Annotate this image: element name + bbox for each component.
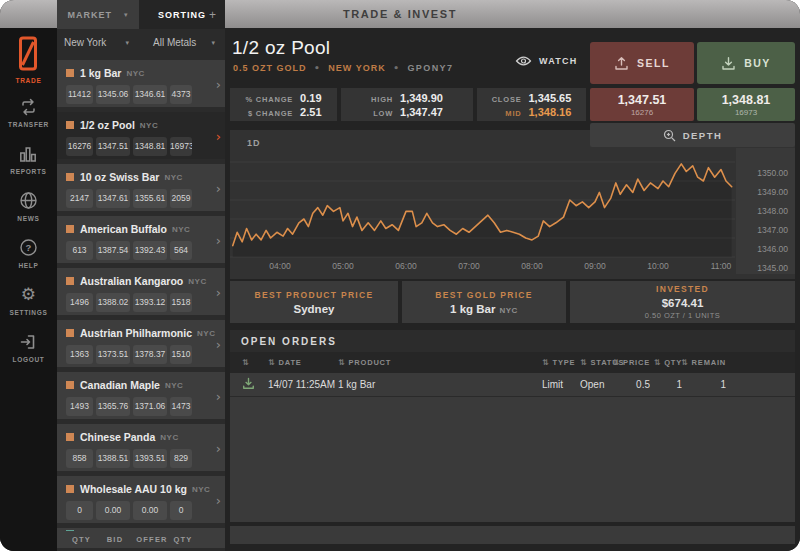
market-list-item[interactable]: Australian KangarooNYC14961388.021393.12… bbox=[57, 268, 225, 315]
market-list-item[interactable]: Wholesale AAU 10 kgNYC00.000.000› bbox=[57, 476, 225, 523]
svg-text:1349.00: 1349.00 bbox=[757, 187, 788, 197]
change-stat-box: % CHANGE 0.19 $ CHANGE 2.51 bbox=[230, 88, 337, 121]
orders-sort-date[interactable]: ⇅DATE bbox=[268, 358, 338, 367]
chart-canvas: 1350.001349.001348.001347.001346.001345.… bbox=[230, 130, 795, 279]
orders-sort-status[interactable]: ⇅STATUS bbox=[580, 358, 616, 367]
exchange-label: NYC bbox=[192, 485, 210, 494]
add-icon[interactable]: + bbox=[209, 8, 217, 22]
ask-quote-button[interactable]: 1,348.81 16973 bbox=[697, 88, 795, 121]
qty-bid-chip: 1496 bbox=[66, 293, 93, 312]
tab-market[interactable]: MARKET ▾ bbox=[57, 0, 139, 29]
market-list-item[interactable]: American BuffaloNYC6131387.541392.43564› bbox=[57, 216, 225, 263]
buy-button[interactable]: BUY bbox=[697, 42, 795, 84]
invested-value: $674.41 bbox=[662, 297, 704, 309]
sidebar-item-logout[interactable]: LOGOUT bbox=[12, 332, 44, 363]
qty-offer-chip: 1510 bbox=[170, 345, 192, 364]
best-product-price-label: BEST PRODUCT PRICE bbox=[255, 290, 374, 300]
bid-chip: 1347.61 bbox=[96, 189, 130, 208]
market-list-item[interactable]: 1 kg BarNYC114121345.061346.614373› bbox=[57, 60, 225, 107]
tab-sorting[interactable]: SORTING + bbox=[139, 0, 225, 29]
metal-filter-value: All Metals bbox=[153, 37, 196, 48]
region-filter-dropdown[interactable]: New York ▾ bbox=[57, 37, 139, 48]
qty-offer-chip: 0 bbox=[170, 501, 192, 520]
sort-icon: ⇅ bbox=[654, 358, 662, 367]
mid-value: 1,348.16 bbox=[529, 106, 572, 118]
sidebar-label-logout: LOGOUT bbox=[12, 356, 44, 363]
offer-chip: 1355.61 bbox=[133, 189, 167, 208]
chevron-right-icon: › bbox=[216, 128, 221, 143]
qty-offer-chip: 1518 bbox=[170, 293, 192, 312]
sidebar-item-settings[interactable]: ⚙ SETTINGS bbox=[9, 285, 47, 316]
product-name: American Buffalo bbox=[80, 223, 167, 235]
sidebar-item-trade[interactable]: TRADE bbox=[16, 36, 42, 84]
chevron-right-icon: › bbox=[216, 336, 221, 351]
sidebar-label-news: NEWS bbox=[17, 215, 39, 222]
svg-text:09:00: 09:00 bbox=[584, 261, 606, 271]
bottom-strip bbox=[230, 526, 795, 544]
ask-qty: 16973 bbox=[735, 108, 757, 117]
orders-sort-icon[interactable]: ⇅ bbox=[242, 358, 268, 367]
offer-chip: 1393.51 bbox=[133, 449, 167, 468]
metal-filter-dropdown[interactable]: All Metals ▾ bbox=[139, 37, 225, 48]
mid-label: MID bbox=[492, 109, 522, 118]
svg-text:1346.00: 1346.00 bbox=[757, 244, 788, 254]
globe-icon bbox=[19, 191, 38, 210]
ask-price: 1,348.81 bbox=[722, 93, 771, 107]
chevron-right-icon: › bbox=[216, 76, 221, 91]
svg-text:10:00: 10:00 bbox=[647, 261, 669, 271]
qty-bid-chip: 0 bbox=[66, 501, 93, 520]
bid-quote-button[interactable]: 1,347.51 16276 bbox=[590, 88, 694, 121]
market-list-item[interactable]: Chinese PandaNYC8581388.511393.51829› bbox=[57, 424, 225, 471]
market-list-item[interactable]: Canadian MapleNYC14931365.761371.061473› bbox=[57, 372, 225, 419]
bid-chip: 0.00 bbox=[96, 501, 130, 520]
market-list-item[interactable]: 1/2 oz PoolNYC162761347.511348.8116973› bbox=[57, 112, 225, 159]
orders-sort-remain[interactable]: ⇅REMAIN bbox=[682, 358, 726, 367]
sidebar-item-reports[interactable]: REPORTS bbox=[10, 144, 46, 175]
bid-chip: 1347.51 bbox=[96, 137, 130, 156]
app-title: TRADE & INVEST bbox=[343, 8, 457, 20]
offer-chip: 1371.06 bbox=[133, 397, 167, 416]
orders-sort-product[interactable]: ⇅PRODUCT bbox=[338, 358, 542, 367]
svg-text:08:00: 08:00 bbox=[521, 261, 543, 271]
usd-change-label: $ CHANGE bbox=[245, 109, 293, 118]
open-orders-title: OPEN ORDERS bbox=[230, 330, 795, 352]
qty-bid-chip: 858 bbox=[66, 449, 93, 468]
product-name: Chinese Panda bbox=[80, 431, 155, 443]
market-list: 1 kg BarNYC114121345.061346.614373›1/2 o… bbox=[57, 56, 225, 531]
svg-text:1345.00: 1345.00 bbox=[757, 263, 788, 273]
tab-sorting-label: SORTING bbox=[158, 10, 206, 20]
sort-icon: ⇅ bbox=[613, 358, 621, 367]
qty-bid-chip: 1493 bbox=[66, 397, 93, 416]
order-date: 14/07 11:25AM bbox=[268, 379, 338, 390]
market-list-item[interactable]: 10 oz Swiss BarNYC21471347.611355.612059… bbox=[57, 164, 225, 211]
sidebar-item-help[interactable]: ? HELP bbox=[18, 238, 38, 269]
high-value: 1,349.90 bbox=[400, 92, 443, 104]
chart-range-button[interactable]: 1D bbox=[247, 138, 261, 148]
pct-change-value: 0.19 bbox=[300, 92, 321, 104]
sidebar-label-reports: REPORTS bbox=[10, 168, 46, 175]
sidebar-item-transfer[interactable]: TRANSFER bbox=[8, 97, 49, 128]
product-name: 1 kg Bar bbox=[80, 67, 121, 79]
eye-icon bbox=[515, 55, 532, 67]
watch-button[interactable]: WATCH bbox=[515, 52, 577, 70]
orders-sort-type[interactable]: ⇅TYPE bbox=[542, 358, 580, 367]
orders-sort-price[interactable]: ⇅PRICE bbox=[616, 358, 650, 367]
sidebar-item-news[interactable]: NEWS bbox=[17, 191, 39, 222]
metal-square-icon bbox=[66, 69, 74, 77]
orders-sort-qty[interactable]: ⇅QTY bbox=[650, 358, 682, 367]
svg-text:07:00: 07:00 bbox=[458, 261, 480, 271]
open-order-row[interactable]: 14/07 11:25AM1 kg BarLimitOpen0.511 bbox=[230, 373, 795, 397]
high-low-stat-box: HIGH 1,349.90 LOW 1,347.47 bbox=[341, 88, 473, 121]
app-window: TRADE & INVEST TRADE TRANSFER REPORTS NE… bbox=[0, 0, 800, 551]
exchange-label: NYC bbox=[188, 277, 206, 286]
qty-offer-chip: 2059 bbox=[170, 189, 192, 208]
tab-market-label: MARKET bbox=[67, 10, 112, 20]
best-gold-price-label: BEST GOLD PRICE bbox=[435, 290, 532, 300]
metal-square-icon bbox=[66, 277, 74, 285]
depth-button[interactable]: DEPTH bbox=[590, 123, 795, 147]
bid-chip: 1388.02 bbox=[96, 293, 130, 312]
sell-button[interactable]: SELL bbox=[590, 42, 694, 84]
market-list-item[interactable]: Austrian PhilharmonicNYC13631373.511378.… bbox=[57, 320, 225, 367]
svg-text:1348.00: 1348.00 bbox=[757, 206, 788, 216]
chevron-right-icon: › bbox=[216, 492, 221, 507]
